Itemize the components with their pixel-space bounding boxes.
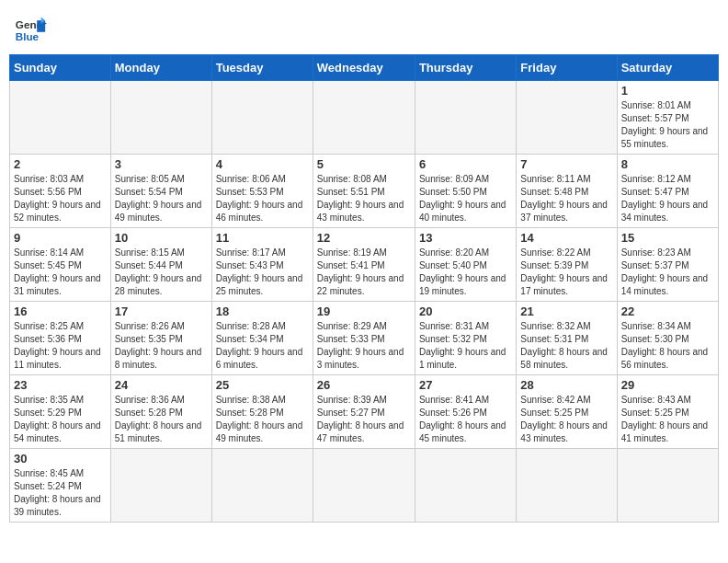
day-number: 29: [621, 378, 714, 392]
day-number: 18: [216, 304, 309, 318]
calendar-cell: 20Sunrise: 8:31 AM Sunset: 5:32 PM Dayli…: [415, 302, 516, 375]
calendar-cell: 1Sunrise: 8:01 AM Sunset: 5:57 PM Daylig…: [617, 81, 718, 155]
calendar-cell: 10Sunrise: 8:15 AM Sunset: 5:44 PM Dayli…: [110, 228, 211, 302]
calendar: SundayMondayTuesdayWednesdayThursdayFrid…: [9, 54, 719, 523]
day-info: Sunrise: 8:41 AM Sunset: 5:26 PM Dayligh…: [419, 394, 512, 445]
day-info: Sunrise: 8:26 AM Sunset: 5:35 PM Dayligh…: [115, 320, 208, 372]
calendar-cell: 11Sunrise: 8:17 AM Sunset: 5:43 PM Dayli…: [211, 228, 313, 302]
weekday-sunday: Sunday: [10, 55, 111, 81]
calendar-cell: [110, 81, 211, 155]
calendar-cell: 24Sunrise: 8:36 AM Sunset: 5:28 PM Dayli…: [110, 375, 211, 449]
week-row-1: 1Sunrise: 8:01 AM Sunset: 5:57 PM Daylig…: [10, 81, 719, 155]
day-number: 20: [419, 304, 512, 318]
weekday-monday: Monday: [110, 55, 211, 81]
day-info: Sunrise: 8:08 AM Sunset: 5:51 PM Dayligh…: [317, 173, 411, 224]
calendar-cell: 8Sunrise: 8:12 AM Sunset: 5:47 PM Daylig…: [617, 155, 718, 228]
day-number: 8: [621, 157, 714, 171]
calendar-cell: [415, 81, 516, 155]
day-info: Sunrise: 8:42 AM Sunset: 5:25 PM Dayligh…: [520, 394, 612, 445]
week-row-2: 2Sunrise: 8:03 AM Sunset: 5:56 PM Daylig…: [10, 155, 719, 228]
calendar-cell: 9Sunrise: 8:14 AM Sunset: 5:45 PM Daylig…: [10, 228, 111, 302]
logo: General Blue: [14, 14, 47, 47]
day-number: 6: [419, 157, 512, 171]
calendar-cell: 17Sunrise: 8:26 AM Sunset: 5:35 PM Dayli…: [110, 302, 211, 375]
day-number: 13: [419, 231, 512, 245]
day-number: 10: [115, 231, 208, 245]
day-info: Sunrise: 8:20 AM Sunset: 5:40 PM Dayligh…: [419, 247, 512, 298]
calendar-cell: 13Sunrise: 8:20 AM Sunset: 5:40 PM Dayli…: [415, 228, 516, 302]
calendar-cell: 29Sunrise: 8:43 AM Sunset: 5:25 PM Dayli…: [617, 375, 718, 449]
day-number: 28: [520, 378, 612, 392]
weekday-tuesday: Tuesday: [211, 55, 313, 81]
calendar-cell: 25Sunrise: 8:38 AM Sunset: 5:28 PM Dayli…: [211, 375, 313, 449]
day-number: 5: [317, 157, 411, 171]
day-info: Sunrise: 8:17 AM Sunset: 5:43 PM Dayligh…: [216, 247, 309, 298]
day-info: Sunrise: 8:05 AM Sunset: 5:54 PM Dayligh…: [115, 173, 208, 224]
day-info: Sunrise: 8:36 AM Sunset: 5:28 PM Dayligh…: [115, 394, 208, 445]
day-info: Sunrise: 8:06 AM Sunset: 5:53 PM Dayligh…: [216, 173, 309, 224]
calendar-cell: 14Sunrise: 8:22 AM Sunset: 5:39 PM Dayli…: [517, 228, 617, 302]
day-number: 16: [14, 304, 107, 318]
calendar-cell: 28Sunrise: 8:42 AM Sunset: 5:25 PM Dayli…: [517, 375, 617, 449]
calendar-cell: [517, 449, 617, 523]
day-info: Sunrise: 8:12 AM Sunset: 5:47 PM Dayligh…: [621, 173, 714, 224]
day-number: 1: [621, 84, 714, 98]
day-number: 3: [115, 157, 208, 171]
weekday-saturday: Saturday: [617, 55, 718, 81]
day-info: Sunrise: 8:19 AM Sunset: 5:41 PM Dayligh…: [317, 247, 411, 298]
day-number: 15: [621, 231, 714, 245]
day-number: 4: [216, 157, 309, 171]
day-info: Sunrise: 8:14 AM Sunset: 5:45 PM Dayligh…: [14, 247, 107, 298]
day-number: 2: [14, 157, 107, 171]
day-info: Sunrise: 8:11 AM Sunset: 5:48 PM Dayligh…: [520, 173, 612, 224]
day-info: Sunrise: 8:35 AM Sunset: 5:29 PM Dayligh…: [14, 394, 107, 445]
week-row-6: 30Sunrise: 8:45 AM Sunset: 5:24 PM Dayli…: [10, 449, 719, 523]
calendar-cell: [313, 81, 415, 155]
day-number: 22: [621, 304, 714, 318]
calendar-cell: [617, 449, 718, 523]
day-info: Sunrise: 8:29 AM Sunset: 5:33 PM Dayligh…: [317, 320, 411, 372]
day-info: Sunrise: 8:39 AM Sunset: 5:27 PM Dayligh…: [317, 394, 411, 445]
svg-text:Blue: Blue: [16, 30, 40, 42]
calendar-cell: 30Sunrise: 8:45 AM Sunset: 5:24 PM Dayli…: [10, 449, 111, 523]
calendar-cell: 21Sunrise: 8:32 AM Sunset: 5:31 PM Dayli…: [517, 302, 617, 375]
calendar-cell: [517, 81, 617, 155]
weekday-wednesday: Wednesday: [313, 55, 415, 81]
day-number: 7: [520, 157, 612, 171]
week-row-3: 9Sunrise: 8:14 AM Sunset: 5:45 PM Daylig…: [10, 228, 719, 302]
weekday-friday: Friday: [517, 55, 617, 81]
calendar-cell: 18Sunrise: 8:28 AM Sunset: 5:34 PM Dayli…: [211, 302, 313, 375]
day-info: Sunrise: 8:31 AM Sunset: 5:32 PM Dayligh…: [419, 320, 512, 372]
calendar-cell: [313, 449, 415, 523]
day-number: 27: [419, 378, 512, 392]
day-info: Sunrise: 8:43 AM Sunset: 5:25 PM Dayligh…: [621, 394, 714, 445]
calendar-cell: 6Sunrise: 8:09 AM Sunset: 5:50 PM Daylig…: [415, 155, 516, 228]
calendar-cell: 19Sunrise: 8:29 AM Sunset: 5:33 PM Dayli…: [313, 302, 415, 375]
day-info: Sunrise: 8:15 AM Sunset: 5:44 PM Dayligh…: [115, 247, 208, 298]
day-number: 19: [317, 304, 411, 318]
day-number: 17: [115, 304, 208, 318]
week-row-5: 23Sunrise: 8:35 AM Sunset: 5:29 PM Dayli…: [10, 375, 719, 449]
day-number: 30: [14, 452, 107, 465]
day-number: 24: [115, 378, 208, 392]
calendar-cell: [110, 449, 211, 523]
day-info: Sunrise: 8:23 AM Sunset: 5:37 PM Dayligh…: [621, 247, 714, 298]
day-info: Sunrise: 8:32 AM Sunset: 5:31 PM Dayligh…: [520, 320, 612, 372]
calendar-cell: [415, 449, 516, 523]
day-info: Sunrise: 8:01 AM Sunset: 5:57 PM Dayligh…: [621, 99, 714, 151]
day-info: Sunrise: 8:22 AM Sunset: 5:39 PM Dayligh…: [520, 247, 612, 298]
weekday-header-row: SundayMondayTuesdayWednesdayThursdayFrid…: [10, 55, 719, 81]
calendar-cell: 7Sunrise: 8:11 AM Sunset: 5:48 PM Daylig…: [517, 155, 617, 228]
day-number: 25: [216, 378, 309, 392]
day-info: Sunrise: 8:25 AM Sunset: 5:36 PM Dayligh…: [14, 320, 107, 372]
day-number: 14: [520, 231, 612, 245]
calendar-cell: 26Sunrise: 8:39 AM Sunset: 5:27 PM Dayli…: [313, 375, 415, 449]
calendar-cell: 23Sunrise: 8:35 AM Sunset: 5:29 PM Dayli…: [10, 375, 111, 449]
calendar-cell: 4Sunrise: 8:06 AM Sunset: 5:53 PM Daylig…: [211, 155, 313, 228]
day-number: 26: [317, 378, 411, 392]
calendar-cell: 5Sunrise: 8:08 AM Sunset: 5:51 PM Daylig…: [313, 155, 415, 228]
calendar-cell: 27Sunrise: 8:41 AM Sunset: 5:26 PM Dayli…: [415, 375, 516, 449]
calendar-cell: [10, 81, 111, 155]
day-info: Sunrise: 8:28 AM Sunset: 5:34 PM Dayligh…: [216, 320, 309, 372]
day-info: Sunrise: 8:03 AM Sunset: 5:56 PM Dayligh…: [14, 173, 107, 224]
